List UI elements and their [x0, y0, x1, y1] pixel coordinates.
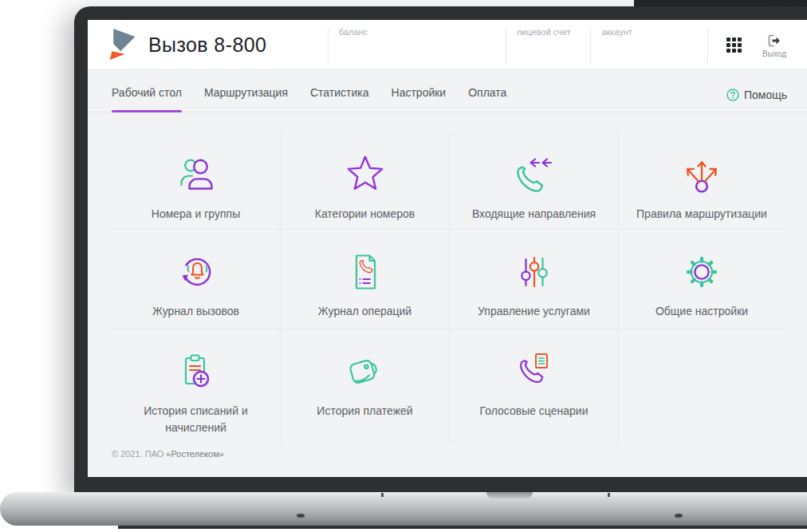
tile-charges-history[interactable]: История списаний и начислений — [112, 329, 281, 443]
tile-label: История списаний и начислений — [140, 403, 252, 436]
rostelecom-logo-icon — [108, 26, 138, 63]
star-icon — [343, 152, 388, 198]
tab-statistics[interactable]: Статистика — [310, 86, 369, 112]
logout-label: Выход — [762, 49, 786, 58]
app-title: Вызов 8-800 — [148, 33, 266, 57]
tile-label: Категории номеров — [315, 206, 415, 223]
tile-label: Журнал операций — [318, 303, 411, 320]
incoming-call-icon — [512, 152, 557, 198]
tile-operations-log[interactable]: Журнал операций — [281, 230, 450, 329]
tile-general-settings[interactable]: Общие настройки — [619, 230, 785, 329]
tab-payment[interactable]: Оплата — [468, 86, 506, 112]
laptop-bezel: Вызов 8-800 баланс лицевой счет аккаунт — [74, 6, 807, 493]
laptop-foot — [675, 514, 683, 518]
sliders-icon — [512, 249, 557, 295]
tile-voice-scenarios[interactable]: Голосовые сценарии — [450, 329, 619, 443]
tile-service-management[interactable]: Управление услугами — [450, 230, 619, 329]
help-button[interactable]: Помощь — [726, 89, 787, 112]
app-screen: Вызов 8-800 баланс лицевой счет аккаунт — [88, 20, 807, 477]
tile-incoming-directions[interactable]: Входящие направления — [450, 132, 619, 230]
tile-label: Правила маршрутизации — [636, 206, 767, 223]
tile-label: Общие настройки — [655, 303, 748, 320]
header-actions: Выход — [707, 20, 807, 69]
tile-label: Управление услугами — [478, 303, 590, 320]
hinge-mark — [381, 493, 384, 497]
hinge-mark — [608, 493, 610, 497]
main-nav: Рабочий стол Маршрутизация Статистика На… — [88, 70, 807, 112]
tile-numbers-and-groups[interactable]: Номера и группы — [112, 132, 281, 230]
tile-number-categories[interactable]: Категории номеров — [281, 132, 450, 230]
company-name: «Ростелеком» — [166, 449, 224, 459]
balance-label: баланс — [339, 27, 368, 37]
copyright: © 2021. ПАО «Ростелеком» — [112, 449, 807, 459]
brand: Вызов 8-800 — [88, 20, 328, 69]
account-field: аккаунт — [590, 20, 707, 69]
wallet-icon — [343, 349, 388, 395]
tile-routing-rules[interactable]: Правила маршрутизации — [619, 132, 785, 230]
laptop-foot — [297, 514, 305, 518]
gear-icon — [679, 249, 724, 295]
personal-account-label: лицевой счет — [517, 27, 571, 37]
grid-empty-cell — [619, 329, 785, 443]
logout-icon — [767, 33, 782, 48]
tab-settings[interactable]: Настройки — [392, 86, 447, 112]
apps-menu-button[interactable] — [726, 37, 742, 53]
copyright-prefix: © 2021. ПАО — [112, 449, 166, 459]
tile-call-log[interactable]: Журнал вызовов — [112, 230, 281, 329]
tile-label: Номера и группы — [152, 206, 240, 223]
help-question-icon — [726, 89, 739, 101]
laptop-base — [0, 492, 807, 526]
apps-grid-icon — [726, 37, 742, 53]
laptop-latch-notch — [486, 492, 533, 499]
tile-label: Голосовые сценарии — [480, 403, 589, 420]
logout-button[interactable]: Выход — [762, 33, 786, 58]
tile-label: Входящие направления — [472, 206, 596, 223]
routing-icon — [679, 152, 724, 198]
call-log-icon — [174, 249, 218, 295]
personal-account-field: лицевой счет — [506, 20, 590, 69]
tile-payments-history[interactable]: История платежей — [281, 329, 450, 443]
account-label: аккаунт — [601, 27, 632, 37]
tab-desktop[interactable]: Рабочий стол — [112, 86, 182, 112]
dashboard-grid: Номера и группы Категории номеров — [112, 132, 785, 443]
users-icon — [174, 152, 218, 198]
help-label: Помощь — [744, 89, 787, 101]
balance-field: баланс — [328, 20, 506, 69]
clipboard-plus-icon — [174, 349, 218, 395]
tile-label: История платежей — [317, 403, 412, 420]
tab-routing[interactable]: Маршрутизация — [204, 86, 288, 112]
app-header: Вызов 8-800 баланс лицевой счет аккаунт — [88, 20, 807, 70]
voice-scenario-icon — [512, 349, 557, 395]
tile-label: Журнал вызовов — [152, 303, 239, 320]
operations-log-icon — [343, 249, 388, 295]
